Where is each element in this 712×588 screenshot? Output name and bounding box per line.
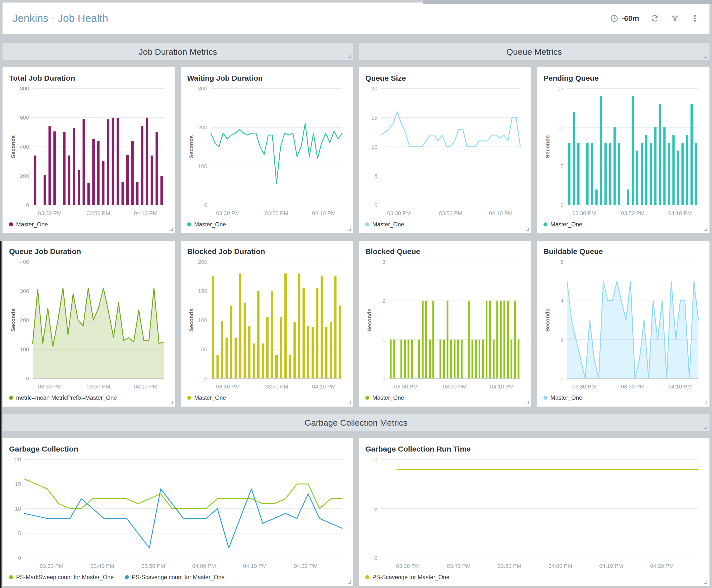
time-range-button[interactable]: -60m	[610, 14, 639, 23]
panel-title: Queue Job Duration	[9, 247, 169, 256]
svg-text:03:30 PM: 03:30 PM	[387, 210, 411, 216]
svg-text:03:40 PM: 03:40 PM	[91, 563, 114, 569]
svg-text:03:50 PM: 03:50 PM	[443, 383, 466, 390]
resize-corner[interactable]	[348, 401, 351, 404]
svg-text:04:10 PM: 04:10 PM	[668, 210, 692, 216]
svg-text:03:50 PM: 03:50 PM	[498, 563, 521, 569]
chart-blocked-queue[interactable]: 012303:30 PM03:50 PM04:10 PMSeconds	[365, 257, 525, 392]
svg-text:150: 150	[198, 288, 207, 294]
svg-text:20: 20	[371, 85, 377, 92]
panel-title: Waiting Job Duration	[187, 74, 347, 82]
svg-text:03:50 PM: 03:50 PM	[86, 383, 110, 390]
resize-corner[interactable]	[348, 55, 351, 58]
kebab-menu-icon[interactable]	[690, 14, 699, 23]
legend-item[interactable]: Master_One	[543, 221, 582, 228]
clock-icon	[610, 14, 619, 23]
panel-queue-job-duration: Queue Job Duration 010020030040003:30 PM…	[2, 241, 175, 406]
panel-queue-size: Queue Size 0510152003:30 PM03:50 PM04:10…	[359, 67, 531, 233]
svg-text:03:50 PM: 03:50 PM	[621, 210, 644, 216]
legend-label: metric=mean MetricPrefix=Master_One	[16, 395, 117, 401]
svg-text:Seconds: Seconds	[10, 135, 16, 158]
legend-item[interactable]: metric=mean MetricPrefix=Master_One	[9, 395, 117, 401]
panel-total-job-duration: Total Job Duration 020040060080003:30 PM…	[2, 67, 175, 233]
svg-text:5: 5	[18, 530, 21, 537]
legend-item[interactable]: Master_One	[9, 221, 48, 228]
legend: Master_One	[9, 218, 169, 230]
chart-total-job-duration[interactable]: 020040060080003:30 PM03:50 PM04:10 PMSec…	[9, 84, 169, 218]
header-actions: -60m	[610, 14, 699, 23]
legend: metric=mean MetricPrefix=Master_One	[9, 392, 169, 403]
svg-text:03:50 PM: 03:50 PM	[86, 210, 110, 216]
window-edge-strip	[423, 0, 712, 4]
svg-text:300: 300	[198, 85, 207, 92]
resize-corner[interactable]	[170, 401, 173, 404]
chart-queue-size[interactable]: 0510152003:30 PM03:50 PM04:10 PM	[365, 84, 525, 218]
resize-corner[interactable]	[704, 581, 707, 584]
svg-text:04:20 PM: 04:20 PM	[294, 563, 318, 569]
legend-swatch	[365, 223, 369, 226]
svg-text:400: 400	[20, 259, 29, 265]
svg-text:Seconds: Seconds	[188, 309, 194, 332]
panel-title: Total Job Duration	[9, 74, 169, 82]
legend-label: PS-Scavenge count for Master_One	[132, 574, 224, 581]
left-edge-bar	[0, 241, 1, 588]
svg-text:200: 200	[198, 259, 207, 265]
refresh-icon[interactable]	[650, 14, 659, 23]
svg-text:15: 15	[558, 85, 563, 92]
svg-text:6: 6	[561, 259, 563, 265]
svg-text:Seconds: Seconds	[10, 309, 16, 332]
legend-item[interactable]: PS-Scavenge for Master_One	[365, 574, 450, 581]
chart-buildable-queue[interactable]: 024603:30 PM03:50 PM04:10 PMSeconds	[543, 257, 703, 392]
resize-corner[interactable]	[170, 228, 173, 231]
svg-text:03:30 PM: 03:30 PM	[572, 383, 596, 390]
legend-item[interactable]: Master_One	[543, 395, 582, 401]
svg-text:100: 100	[20, 346, 29, 353]
svg-text:04:10 PM: 04:10 PM	[312, 210, 336, 216]
svg-text:04:10 PM: 04:10 PM	[599, 563, 623, 569]
resize-corner[interactable]	[348, 228, 351, 231]
chart-pending-queue[interactable]: 05101503:30 PM03:50 PM04:10 PMSeconds	[543, 84, 703, 218]
legend-swatch	[9, 396, 13, 400]
resize-corner[interactable]	[704, 401, 707, 404]
filter-icon[interactable]	[670, 14, 679, 23]
svg-text:03:30 PM: 03:30 PM	[396, 563, 419, 569]
panel-blocked-job-duration: Blocked Job Duration 05010015020003:30 P…	[181, 241, 353, 406]
panel-title: Queue Size	[365, 74, 525, 82]
legend-swatch	[125, 575, 129, 579]
section-title: Job Duration Metrics	[139, 47, 217, 57]
resize-corner[interactable]	[526, 228, 529, 231]
svg-text:5: 5	[374, 173, 377, 179]
legend-swatch	[9, 223, 13, 226]
section-header-garbage-collection: Garbage Collection Metrics	[2, 414, 710, 431]
svg-text:20: 20	[15, 456, 21, 463]
legend-item[interactable]: Master_One	[365, 221, 404, 228]
legend-swatch	[365, 396, 369, 400]
chart-queue-job-duration[interactable]: 010020030040003:30 PM03:50 PM04:10 PMSec…	[9, 257, 169, 392]
resize-corner[interactable]	[704, 426, 707, 429]
legend-item[interactable]: Master_One	[365, 395, 404, 401]
resize-corner[interactable]	[704, 55, 707, 58]
chart-garbage-collection[interactable]: 0510152003:30 PM03:40 PM03:50 PM04:00 PM…	[9, 455, 347, 571]
section-title: Queue Metrics	[506, 47, 562, 57]
chart-blocked-job-duration[interactable]: 05010015020003:30 PM03:50 PM04:10 PMSeco…	[187, 257, 347, 392]
legend-item[interactable]: PS-Scavenge count for Master_One	[125, 574, 224, 581]
panel-waiting-job-duration: Waiting Job Duration 010020030003:30 PM0…	[181, 67, 353, 233]
legend-swatch	[543, 223, 547, 226]
resize-corner[interactable]	[704, 228, 707, 231]
svg-text:03:30 PM: 03:30 PM	[40, 563, 63, 569]
dashboard-header: Jenkins - Job Health -60m	[2, 2, 710, 34]
legend-label: Master_One	[194, 221, 226, 228]
legend-item[interactable]: Master_One	[187, 395, 226, 401]
legend-swatch	[365, 575, 369, 579]
legend: Master_One	[365, 392, 525, 403]
legend-item[interactable]: PS-MarkSweep count for Master_One	[9, 574, 114, 581]
legend-item[interactable]: Master_One	[187, 221, 226, 228]
svg-text:04:10 PM: 04:10 PM	[312, 383, 336, 390]
chart-waiting-job-duration[interactable]: 010020030003:30 PM03:50 PM04:10 PMSecond…	[187, 84, 347, 218]
chart-gc-run-time[interactable]: 051003:30 PM03:40 PM03:50 PM04:00 PM04:1…	[365, 455, 703, 571]
resize-corner[interactable]	[348, 581, 351, 584]
panel-pending-queue: Pending Queue 05101503:30 PM03:50 PM04:1…	[537, 67, 710, 233]
resize-corner[interactable]	[526, 401, 529, 404]
svg-text:03:30 PM: 03:30 PM	[38, 210, 62, 216]
section-title: Garbage Collection Metrics	[304, 418, 408, 428]
